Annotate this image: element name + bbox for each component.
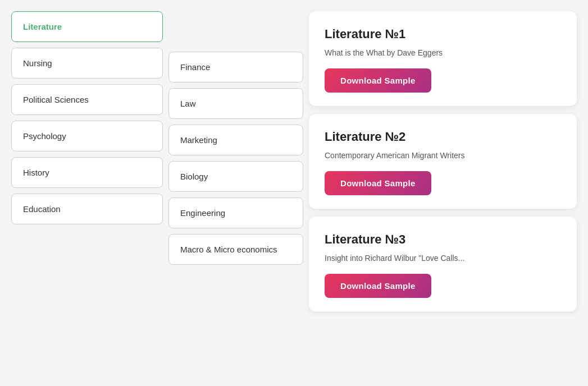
card-description-lit2: Contemporary American Migrant Writers [325, 151, 561, 160]
cards-column: Literature №1What is the What by Dave Eg… [309, 11, 577, 311]
sidebar-item-literature[interactable]: Literature [11, 11, 163, 42]
download-button-lit3[interactable]: Download Sample [325, 274, 431, 298]
card-title-lit3: Literature №3 [325, 232, 561, 247]
sidebar-item-finance[interactable]: Finance [168, 52, 303, 82]
download-button-lit1[interactable]: Download Sample [325, 68, 431, 93]
card-title-lit2: Literature №2 [325, 130, 561, 144]
card-title-lit1: Literature №1 [325, 27, 561, 42]
sidebar-item-engineering[interactable]: Engineering [168, 197, 303, 228]
card-lit1: Literature №1What is the What by Dave Eg… [309, 11, 577, 106]
card-description-lit1: What is the What by Dave Eggers [325, 48, 561, 57]
card-description-lit3: Insight into Richard Wilbur "Love Calls.… [325, 254, 561, 263]
mid-category-column: FinanceLawMarketingBiologyEngineeringMac… [168, 52, 303, 311]
main-layout: LiteratureNursingPolitical SciencesPsych… [11, 11, 577, 311]
sidebar-item-law[interactable]: Law [168, 88, 303, 119]
left-category-column: LiteratureNursingPolitical SciencesPsych… [11, 11, 163, 311]
sidebar-item-history[interactable]: History [11, 157, 163, 188]
sidebar-item-political-sciences[interactable]: Political Sciences [11, 84, 163, 115]
card-lit2: Literature №2Contemporary American Migra… [309, 114, 577, 209]
card-lit3: Literature №3Insight into Richard Wilbur… [309, 217, 577, 311]
sidebar-item-psychology[interactable]: Psychology [11, 121, 163, 151]
sidebar-item-marketing[interactable]: Marketing [168, 125, 303, 155]
sidebar-item-macro-micro[interactable]: Macro & Micro economics [168, 234, 303, 265]
download-button-lit2[interactable]: Download Sample [325, 171, 431, 195]
sidebar-item-nursing[interactable]: Nursing [11, 48, 163, 79]
sidebar-item-education[interactable]: Education [11, 194, 163, 224]
sidebar-item-biology[interactable]: Biology [168, 161, 303, 192]
